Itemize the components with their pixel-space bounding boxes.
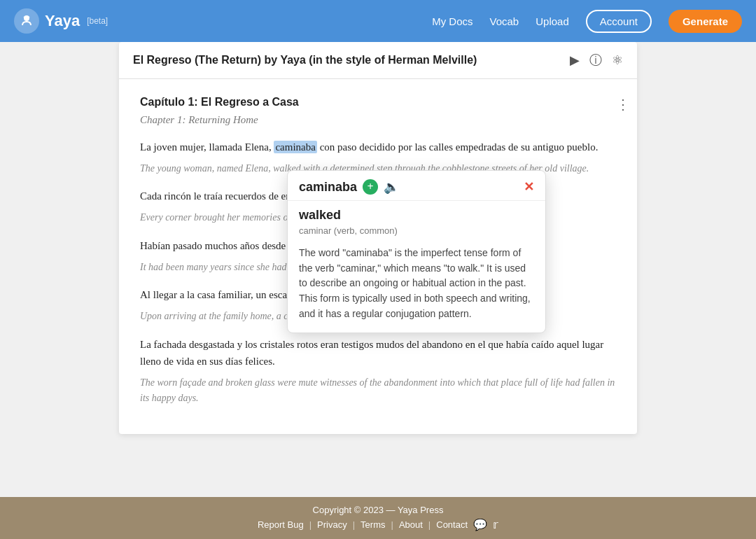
footer-sep-4: |	[428, 519, 430, 530]
footer-copyright: Copyright © 2023 — Yaya Press	[313, 505, 444, 515]
main-content: El Regreso (The Return) by Yaya (in the …	[0, 42, 756, 497]
document-title: El Regreso (The Return) by Yaya (in the …	[133, 54, 477, 66]
paragraph-5-spanish: La fachada desgastada y los cristales ro…	[140, 336, 616, 370]
add-word-icon[interactable]: +	[363, 179, 378, 195]
about-link[interactable]: About	[399, 519, 423, 530]
chapter-subtitle: Chapter 1: Returning Home	[140, 114, 616, 126]
popup-description: The word "caminaba" is the imperfect ten…	[288, 241, 545, 332]
main-header: Yaya [beta] My Docs Vocab Upload Account…	[0, 0, 756, 42]
sound-icon[interactable]: 🔈	[384, 179, 399, 195]
three-dots-menu[interactable]: ⋮	[616, 96, 630, 113]
footer-links: Report Bug | Privacy | Terms | About | C…	[258, 518, 498, 531]
discord-icon[interactable]: 💬	[473, 518, 487, 531]
document-header: El Regreso (The Return) by Yaya (in the …	[119, 42, 637, 79]
logo-area: Yaya [beta]	[14, 8, 432, 34]
paragraph-1-spanish: La joven mujer, llamada Elena, caminaba …	[140, 139, 616, 155]
paragraph-5-english: The worn façade and broken glass were mu…	[140, 375, 616, 407]
report-bug-link[interactable]: Report Bug	[258, 519, 304, 530]
popup-header: caminaba + 🔈 ✕	[288, 171, 545, 201]
document-controls: ▶ ⓘ ⚛	[570, 52, 623, 69]
footer-sep-3: |	[391, 519, 393, 530]
popup-meta: caminar (verb, common)	[288, 225, 545, 241]
popup-word-text: caminaba	[299, 180, 357, 195]
terms-link[interactable]: Terms	[360, 519, 385, 530]
main-footer: Copyright © 2023 — Yaya Press Report Bug…	[0, 497, 756, 539]
twitter-icon[interactable]: 𝕣	[493, 518, 498, 531]
logo-icon	[14, 8, 39, 34]
logo-text: Yaya	[45, 12, 80, 30]
contact-link[interactable]: Contact	[436, 519, 468, 530]
beta-badge: [beta]	[87, 16, 108, 26]
my-docs-link[interactable]: My Docs	[432, 15, 472, 27]
footer-sep-1: |	[309, 519, 312, 530]
highlighted-word[interactable]: caminaba	[274, 141, 316, 153]
privacy-link[interactable]: Privacy	[317, 519, 347, 530]
close-popup-icon[interactable]: ✕	[524, 179, 534, 195]
chapter-title: Capítulo 1: El Regreso a Casa	[140, 96, 616, 108]
popup-word-area: caminaba + 🔈	[299, 179, 399, 195]
document-body: ⋮ Capítulo 1: El Regreso a Casa Chapter …	[119, 79, 637, 434]
document-container: El Regreso (The Return) by Yaya (in the …	[119, 42, 637, 434]
popup-translation: walked	[288, 201, 545, 225]
settings-icon[interactable]: ⚛	[612, 52, 623, 68]
account-button[interactable]: Account	[586, 10, 652, 33]
play-icon[interactable]: ▶	[570, 52, 580, 68]
info-icon[interactable]: ⓘ	[589, 52, 602, 69]
generate-button[interactable]: Generate	[668, 10, 742, 33]
word-popup: caminaba + 🔈 ✕ walked caminar (verb, com…	[287, 170, 546, 333]
vocab-link[interactable]: Vocab	[489, 15, 519, 27]
footer-sep-2: |	[353, 519, 355, 530]
nav-bar: My Docs Vocab Upload Account Generate	[432, 10, 742, 33]
upload-link[interactable]: Upload	[536, 15, 569, 27]
